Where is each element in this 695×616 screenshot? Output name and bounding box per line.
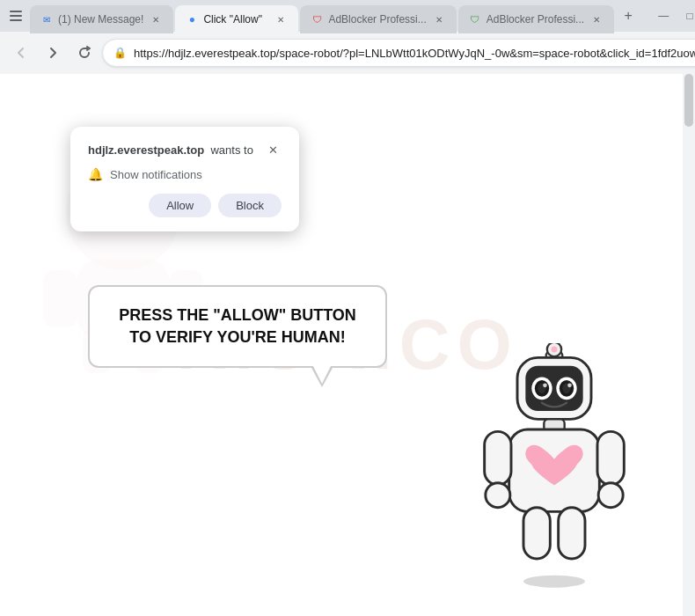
tab-favicon-3: 🛡 — [311, 13, 323, 26]
page-content: RISK.CO hdjlz.everestpeak.top wants to ✕ — [0, 74, 695, 616]
tab-click-allow[interactable]: ● Click "Allow" ✕ — [175, 5, 298, 33]
popup-wants-to: wants to — [210, 143, 252, 157]
popup-buttons: Allow Block — [88, 194, 282, 217]
bubble-text: PRESS THE "ALLOW" BUTTON TO VERIFY YOU'R… — [111, 304, 364, 348]
scrollbar-thumb[interactable] — [684, 74, 693, 127]
tab-menu-icon[interactable] — [4, 4, 28, 28]
scrollbar[interactable] — [683, 74, 695, 616]
speech-bubble: PRESS THE "ALLOW" BUTTON TO VERIFY YOU'R… — [88, 285, 387, 368]
svg-point-23 — [567, 384, 572, 388]
tab-close-2[interactable]: ✕ — [274, 12, 288, 26]
forward-button[interactable] — [39, 39, 67, 67]
bell-icon: 🔔 — [88, 167, 103, 181]
tab-title-3: AdBlocker Professi... — [328, 13, 426, 26]
tab-close-3[interactable]: ✕ — [432, 12, 446, 26]
tab-close-1[interactable]: ✕ — [149, 12, 163, 26]
svg-point-27 — [486, 483, 510, 508]
window-controls: — □ ✕ — [651, 4, 695, 28]
popup-close-button[interactable]: ✕ — [264, 141, 282, 158]
popup-notification-row: 🔔 Show notifications — [88, 167, 282, 181]
browser-window: ✉ (1) New Message! ✕ ● Click "Allow" ✕ 🛡… — [0, 0, 695, 616]
reload-button[interactable] — [70, 39, 99, 67]
new-tab-button[interactable]: + — [616, 4, 640, 28]
popup-notification-label: Show notifications — [110, 168, 202, 181]
allow-button[interactable]: Allow — [149, 194, 211, 217]
tab-title-1: (1) New Message! — [58, 13, 143, 26]
url-text: https://hdjlz.everestpeak.top/space-robo… — [134, 47, 695, 60]
popup-domain-bold: hdjlz.everestpeak.top — [88, 143, 204, 157]
tab-bar: ✉ (1) New Message! ✕ ● Click "Allow" ✕ 🛡… — [0, 0, 695, 32]
tab-adblocker-2[interactable]: 🛡 AdBlocker Professi... ✕ — [458, 5, 614, 33]
svg-rect-31 — [559, 508, 585, 559]
block-button[interactable]: Block — [218, 194, 282, 217]
notification-popup: hdjlz.everestpeak.top wants to ✕ 🔔 Show … — [70, 127, 299, 231]
svg-point-19 — [543, 384, 547, 388]
back-button[interactable] — [7, 39, 35, 67]
svg-rect-1 — [10, 15, 22, 17]
tab-new-message[interactable]: ✉ (1) New Message! ✕ — [30, 5, 173, 33]
minimize-button[interactable]: — — [651, 4, 676, 28]
svg-rect-0 — [10, 11, 22, 12]
popup-header: hdjlz.everestpeak.top wants to ✕ — [88, 141, 282, 158]
svg-rect-28 — [597, 431, 624, 485]
tab-favicon-1: ✉ — [40, 13, 53, 26]
url-bar[interactable]: 🔒 https://hdjlz.everestpeak.top/space-ro… — [102, 39, 695, 67]
tab-title-4: AdBlocker Professi... — [486, 13, 584, 26]
tab-favicon-2: ● — [186, 13, 198, 26]
tab-title-2: Click "Allow" — [203, 13, 268, 26]
tab-favicon-4: 🛡 — [469, 13, 481, 26]
security-lock-icon: 🔒 — [113, 47, 127, 59]
svg-point-10 — [523, 576, 585, 588]
robot-illustration — [466, 343, 642, 590]
svg-rect-30 — [523, 508, 550, 559]
svg-rect-26 — [485, 431, 511, 485]
tab-close-4[interactable]: ✕ — [589, 12, 604, 26]
svg-rect-6 — [43, 270, 77, 327]
popup-domain: hdjlz.everestpeak.top wants to — [88, 143, 253, 157]
svg-point-13 — [552, 347, 558, 353]
tab-adblocker-1[interactable]: 🛡 AdBlocker Professi... ✕ — [300, 5, 456, 33]
svg-rect-2 — [10, 19, 22, 21]
maximize-button[interactable]: □ — [677, 4, 695, 28]
svg-point-29 — [598, 483, 623, 508]
address-bar: 🔒 https://hdjlz.everestpeak.top/space-ro… — [0, 32, 695, 74]
